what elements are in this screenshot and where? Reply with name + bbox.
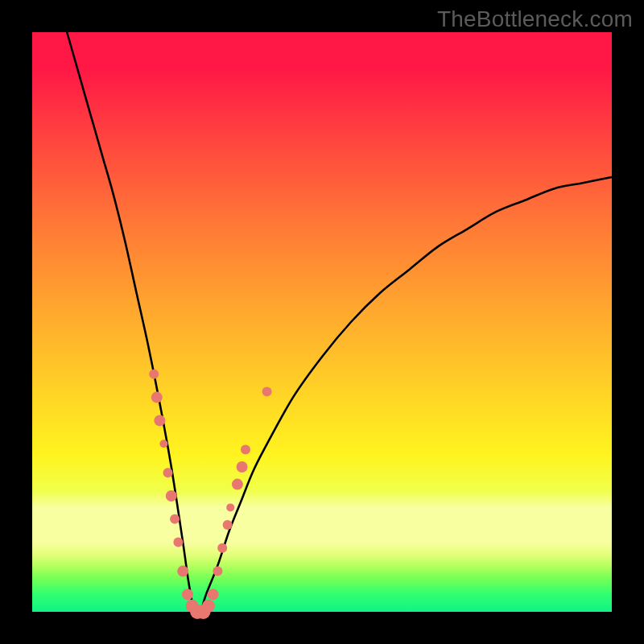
curve-marker: [237, 461, 248, 473]
chart-frame: TheBottleneck.com: [0, 0, 644, 644]
curve-svg: [32, 32, 612, 612]
curve-marker: [149, 369, 159, 379]
curve-marker: [151, 392, 163, 403]
curve-marker: [163, 468, 173, 477]
curve-marker: [208, 588, 219, 600]
bottleneck-curve: [67, 32, 612, 615]
curve-marker: [226, 503, 234, 511]
curve-marker: [159, 440, 167, 448]
curve-marker: [170, 514, 180, 524]
curve-marker: [241, 444, 250, 454]
plot-area: [32, 32, 612, 612]
curve-marker: [182, 588, 193, 600]
curve-marker: [177, 566, 188, 577]
curve-marker: [166, 490, 177, 502]
curve-marker: [154, 415, 165, 426]
curve-marker: [232, 479, 243, 490]
watermark-text: TheBottleneck.com: [437, 6, 633, 32]
curve-marker: [223, 520, 233, 530]
curve-marker: [173, 538, 183, 547]
curve-marker: [217, 543, 227, 553]
curve-marker: [202, 600, 215, 613]
curve-marker: [262, 386, 272, 396]
curve-marker: [213, 567, 222, 576]
